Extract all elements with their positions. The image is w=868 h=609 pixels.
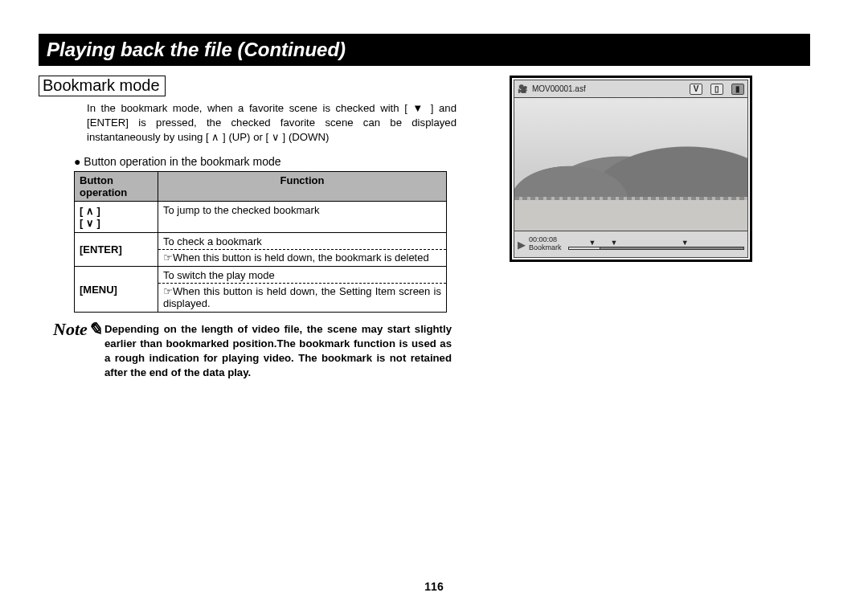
preview-screen: 🎥 MOV00001.asf V ▯ ▮ [510,76,752,262]
preview-image [514,97,748,231]
play-icon: ▶ [518,239,526,251]
function-note: ☞When this button is held down, the Sett… [158,284,446,312]
table-row: [ENTER] To check a bookmark ☞When this b… [75,233,447,267]
note-label: Note✎ [53,319,104,376]
preview-top-bar: 🎥 MOV00001.asf V ▯ ▮ [514,80,748,97]
function-line: To switch the play mode [158,267,446,283]
button-enter-label: [ENTER] [75,233,158,267]
button-down-label: [ ∨ ] [80,217,153,229]
table-header-function: Function [158,172,447,202]
page-number: 116 [0,580,868,593]
button-menu-label: [MENU] [75,267,158,313]
intro-paragraph: In the bookmark mode, when a favorite sc… [39,101,457,144]
table-row: [MENU] To switch the play mode ☞When thi… [75,267,447,313]
function-line: To check a bookmark [158,233,446,249]
bullet-heading: Button operation in the bookmark mode [74,155,457,168]
function-cell: To switch the play mode ☞When this butto… [158,267,447,313]
function-cell: To jump to the checked bookmark [158,202,447,233]
table-row: [ ∧ ] [ ∨ ] To jump to the checked bookm… [75,202,447,233]
function-cell: To check a bookmark ☞When this button is… [158,233,447,267]
table-header-button: Button operation [75,172,158,202]
preview-mode-label: Bookmark [529,244,562,252]
note-text: Depending on the length of video file, t… [104,322,452,379]
mode-badge: V [690,84,702,95]
state-icon: ▯ [710,84,723,95]
operation-table: Button operation Function [ ∧ ] [ ∨ ] To… [74,171,447,313]
section-title: Playing back the file (Continued) [39,34,810,66]
preview-filename: MOV00001.asf [532,84,586,93]
subsection-heading: Bookmark mode [39,76,166,96]
preview-bottom-bar: ▶ 00:00:08 Bookmark ▼▼ ▼ [514,231,748,258]
button-up-label: [ ∧ ] [80,205,153,217]
progress-bar [568,247,744,250]
battery-icon: ▮ [731,84,744,95]
bookmark-markers: ▼▼ ▼ [568,239,703,247]
camera-icon: 🎥 [518,84,527,93]
function-note: ☞When this button is held down, the book… [158,250,446,266]
